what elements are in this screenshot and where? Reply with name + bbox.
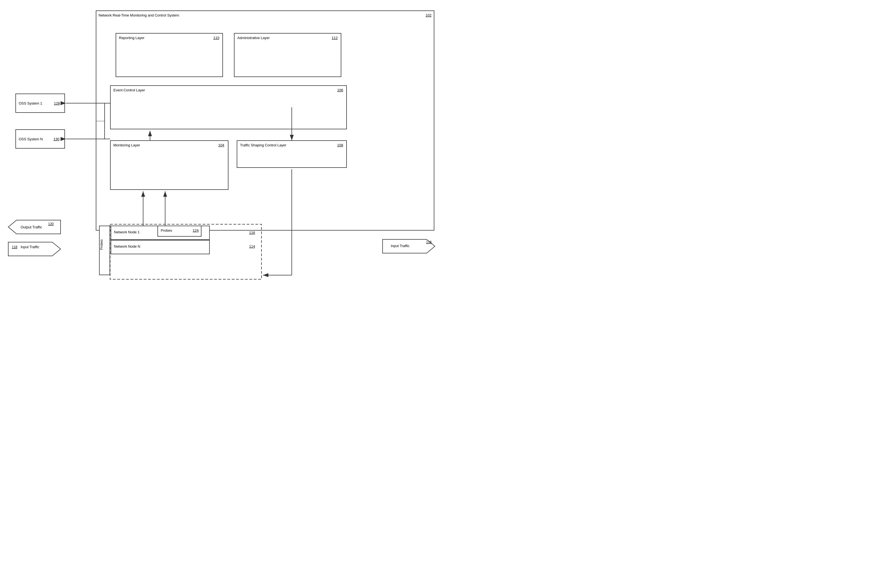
event-control-layer-ref: 106 [337,88,343,92]
traffic-shaping-layer-ref: 108 [337,143,343,147]
ossn-ref: 130 [53,137,59,141]
traffic-shaping-layer-label: Traffic Shaping Control Layer [240,143,286,147]
svg-text:118: 118 [12,245,17,249]
event-control-layer-label: Event Control Layer [113,88,145,92]
dashed-network-box [109,223,263,280]
oss1-label: OSS System 1 [19,101,42,106]
svg-rect-0 [110,224,261,279]
nodeN-ref: 114 [249,244,255,249]
ossn-label: OSS System N [19,137,43,141]
svg-text:Input Traffic: Input Traffic [391,244,409,248]
probes-vertical-label: Probes [100,240,104,250]
monitoring-layer-ref: 104 [218,143,224,147]
svg-text:Output Traffic: Output Traffic [21,225,42,229]
monitoring-layer-label: Monitoring Layer [113,143,140,147]
event-control-layer-box [110,85,347,129]
main-system-ref: 102 [426,13,432,17]
administrative-layer-label: Administrative Layer [237,36,270,40]
svg-text:118: 118 [426,240,432,244]
main-system-label: Network Real-Time Monitoring and Control… [98,13,179,17]
oss1-ref: 128 [54,101,60,106]
svg-text:120: 120 [48,222,54,226]
diagram: { "title": "Network Real-Time Monitoring… [0,0,447,294]
node1-ref: 116 [249,231,255,235]
svg-marker-16 [8,242,60,256]
input-traffic-left-arrow: Input Traffic 118 [6,240,66,259]
probes-vertical-box [99,226,110,275]
svg-text:Input Traffic: Input Traffic [21,245,39,249]
reporting-layer-label: Reporting Layer [119,36,145,40]
monitoring-layer-box [110,140,228,190]
output-traffic-arrow: Output Traffic 120 [6,217,66,237]
administrative-layer-ref: 112 [332,36,338,40]
reporting-layer-ref: 110 [213,36,219,40]
input-traffic-right-arrow: Input Traffic 118 [380,237,440,256]
